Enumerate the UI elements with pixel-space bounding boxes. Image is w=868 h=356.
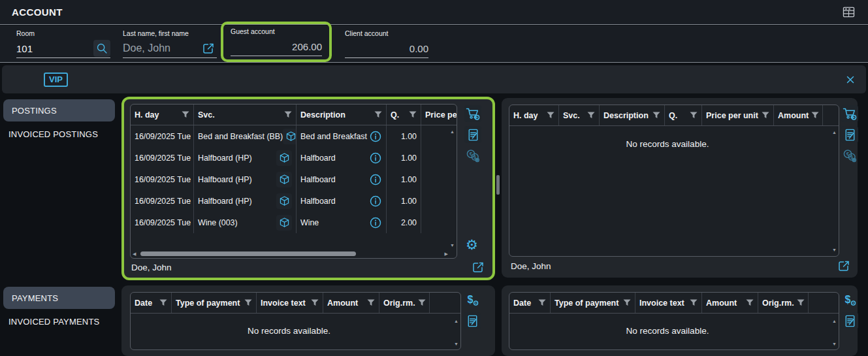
filter-icon[interactable] [746, 299, 754, 306]
package-icon[interactable] [276, 172, 292, 187]
guest-name-input[interactable]: Doe, John [123, 39, 217, 58]
filter-icon[interactable] [182, 111, 189, 118]
cell-description: Halfboard [297, 190, 387, 212]
package-icon[interactable] [276, 150, 292, 166]
cell-q: 1.00 [387, 147, 421, 169]
room-search-button[interactable] [93, 40, 110, 57]
scroll-up-icon[interactable]: ▲ [832, 319, 837, 323]
column-label: Svc. [198, 110, 215, 120]
table-row[interactable]: 16/09/2025 Tue Wine (003) Wine 2.00 [131, 212, 457, 233]
filter-icon[interactable] [587, 112, 595, 119]
column-label: Type of payment [176, 299, 240, 308]
currency-exchange-button[interactable]: € $ [464, 147, 481, 164]
horizontal-scrollbar[interactable]: ◀ ▶ [133, 250, 448, 257]
scroll-up-icon[interactable]: ▲ [832, 130, 837, 135]
filter-icon[interactable] [244, 299, 252, 306]
add-posting-cart-button[interactable] [841, 105, 858, 122]
add-payment-button[interactable]: $ [841, 291, 858, 308]
open-postings-button[interactable] [470, 259, 487, 276]
empty-state-text: No records available. [509, 326, 826, 336]
scrollbar-thumb[interactable] [140, 251, 356, 256]
column-header-q: Q. [665, 105, 702, 125]
scroll-down-icon[interactable]: ▼ [832, 248, 837, 252]
column-header-svc: Svc. [559, 105, 600, 125]
sidebar-item-invoiced-postings[interactable]: INVOICED POSTINGS [8, 129, 98, 139]
client-account-input[interactable]: 0.00 [345, 39, 428, 58]
filter-icon[interactable] [690, 299, 698, 306]
guest-account-label: Guest account [231, 27, 322, 35]
filter-icon[interactable] [797, 299, 805, 306]
column-header-type: Type of payment [172, 293, 257, 313]
guest-account-input[interactable]: 206.00 [231, 37, 322, 56]
package-icon[interactable] [283, 129, 297, 144]
filter-icon[interactable] [374, 111, 382, 118]
edit-document-button[interactable] [464, 126, 481, 143]
info-icon[interactable] [369, 130, 382, 143]
client-account-field: Client account 0.00 [345, 29, 428, 58]
open-invoiced-button[interactable] [835, 257, 852, 274]
scroll-up-icon[interactable]: ▲ [450, 129, 455, 134]
edit-document-button[interactable] [841, 126, 858, 143]
column-header-orig-rm: Orig.rm. [758, 293, 809, 313]
filter-icon[interactable] [538, 299, 546, 306]
vip-badge[interactable]: VIP [44, 73, 68, 87]
sidebar-item-postings[interactable]: POSTINGS [3, 99, 115, 121]
column-header-type: Type of payment [551, 293, 635, 313]
filter-icon[interactable] [284, 111, 292, 118]
room-label: Room [16, 29, 110, 37]
scroll-down-icon[interactable]: ▼ [450, 243, 455, 248]
table-row[interactable]: 16/09/2025 Tue Halfboard (HP) Halfboard … [131, 190, 457, 212]
column-label: Price per unit [706, 111, 758, 120]
column-label: Amount [327, 299, 358, 308]
filter-icon[interactable] [311, 299, 319, 306]
scroll-down-icon[interactable]: ▼ [832, 342, 837, 346]
currency-exchange-button[interactable]: € $ [841, 147, 858, 164]
table-row[interactable]: 16/09/2025 Tue Halfboard (HP) Halfboard … [131, 147, 457, 169]
close-button[interactable] [843, 72, 858, 88]
sidebar-item-payments[interactable]: PAYMENTS [3, 287, 115, 309]
column-header-filler [823, 105, 839, 125]
package-icon[interactable] [276, 193, 292, 209]
layout-grid-icon[interactable] [841, 5, 856, 19]
add-posting-cart-button[interactable] [464, 105, 481, 122]
open-guest-button[interactable] [200, 40, 217, 57]
package-icon[interactable] [276, 215, 292, 231]
info-icon[interactable] [369, 173, 382, 186]
info-icon[interactable] [369, 195, 382, 208]
filter-icon[interactable] [762, 112, 769, 119]
sidebar-item-invoiced-payments[interactable]: INVOICED PAYMENTS [8, 317, 99, 327]
filter-icon[interactable] [409, 111, 417, 118]
filter-icon[interactable] [367, 299, 375, 306]
scroll-left-icon[interactable]: ◀ [133, 251, 136, 256]
edit-document-button[interactable] [841, 312, 858, 329]
filter-icon[interactable] [418, 299, 426, 306]
invoiced-postings-panel: H. day Svc. Description Q. Price per uni… [502, 98, 858, 278]
column-header-description: Description [297, 105, 387, 125]
edit-document-button[interactable] [464, 312, 481, 329]
filter-icon[interactable] [623, 299, 631, 306]
column-label: Price per [425, 110, 457, 120]
filter-icon[interactable] [159, 299, 167, 306]
info-icon[interactable] [369, 216, 382, 229]
column-header-filler [430, 293, 460, 313]
add-payment-button[interactable]: $ [464, 291, 481, 308]
cell-hday: 16/09/2025 Tue [131, 212, 194, 233]
column-label: Description [603, 111, 649, 120]
room-input[interactable]: 101 [16, 39, 110, 58]
table-row[interactable]: 16/09/2025 Tue Halfboard (HP) Halfboard … [131, 169, 457, 190]
page-title: ACCOUNT [12, 7, 63, 18]
filter-icon[interactable] [690, 112, 698, 119]
gear-icon[interactable]: ⚙ [466, 238, 478, 251]
room-value: 101 [16, 43, 33, 54]
filter-icon[interactable] [811, 112, 819, 119]
filter-icon[interactable] [652, 112, 660, 119]
invoiced-footer: Doe, John [511, 257, 852, 274]
info-icon[interactable] [369, 152, 382, 165]
scroll-up-icon[interactable]: ▲ [454, 319, 458, 323]
table-row[interactable]: 16/09/2025 Tue Bed and Breakfast (BB) Be… [131, 125, 457, 147]
external-link-icon [837, 259, 851, 273]
filter-icon[interactable] [547, 112, 555, 119]
scroll-down-icon[interactable]: ▼ [454, 342, 458, 346]
panel-splitter-handle[interactable] [496, 175, 500, 195]
scroll-right-icon[interactable]: ▶ [445, 251, 448, 256]
